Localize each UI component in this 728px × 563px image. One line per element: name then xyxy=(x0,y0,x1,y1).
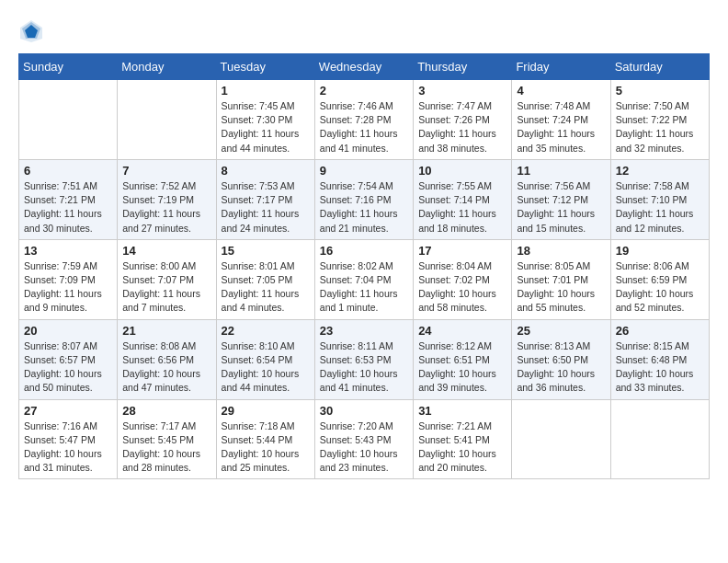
day-info: Sunrise: 7:16 AMSunset: 5:47 PMDaylight:… xyxy=(24,419,112,476)
day-number: 4 xyxy=(517,84,605,98)
logo xyxy=(18,18,48,44)
day-info: Sunrise: 7:51 AMSunset: 7:21 PMDaylight:… xyxy=(24,179,112,236)
calendar-cell: 16Sunrise: 8:02 AMSunset: 7:04 PMDayligh… xyxy=(314,239,413,319)
day-info: Sunrise: 8:05 AMSunset: 7:01 PMDaylight:… xyxy=(517,259,605,316)
day-info: Sunrise: 8:12 AMSunset: 6:51 PMDaylight:… xyxy=(418,339,506,396)
weekday-header: Sunday xyxy=(19,54,118,80)
day-number: 1 xyxy=(222,84,310,98)
day-info: Sunrise: 8:11 AMSunset: 6:53 PMDaylight:… xyxy=(320,339,408,396)
day-number: 22 xyxy=(222,324,310,338)
weekday-header: Saturday xyxy=(610,54,709,80)
day-info: Sunrise: 7:58 AMSunset: 7:10 PMDaylight:… xyxy=(616,179,704,236)
day-number: 21 xyxy=(122,324,210,338)
day-info: Sunrise: 8:01 AMSunset: 7:05 PMDaylight:… xyxy=(222,259,310,316)
calendar-cell: 1Sunrise: 7:45 AMSunset: 7:30 PMDaylight… xyxy=(216,80,314,160)
calendar-cell: 22Sunrise: 8:10 AMSunset: 6:54 PMDayligh… xyxy=(216,319,314,399)
calendar-cell: 11Sunrise: 7:56 AMSunset: 7:12 PMDayligh… xyxy=(512,159,610,239)
calendar-cell: 2Sunrise: 7:46 AMSunset: 7:28 PMDaylight… xyxy=(314,80,413,160)
day-info: Sunrise: 7:46 AMSunset: 7:28 PMDaylight:… xyxy=(320,99,408,155)
day-info: Sunrise: 8:10 AMSunset: 6:54 PMDaylight:… xyxy=(222,339,310,396)
calendar-cell: 4Sunrise: 7:48 AMSunset: 7:24 PMDaylight… xyxy=(512,80,610,160)
day-number: 10 xyxy=(418,164,506,178)
day-number: 23 xyxy=(320,324,408,338)
weekday-header: Friday xyxy=(512,54,610,80)
calendar-table: SundayMondayTuesdayWednesdayThursdayFrid… xyxy=(18,53,710,479)
day-info: Sunrise: 7:17 AMSunset: 5:45 PMDaylight:… xyxy=(122,419,210,476)
day-number: 15 xyxy=(222,244,310,258)
calendar-cell: 31Sunrise: 7:21 AMSunset: 5:41 PMDayligh… xyxy=(414,399,512,479)
calendar-cell: 7Sunrise: 7:52 AMSunset: 7:19 PMDaylight… xyxy=(118,159,216,239)
calendar-cell: 5Sunrise: 7:50 AMSunset: 7:22 PMDaylight… xyxy=(610,80,709,160)
day-info: Sunrise: 7:20 AMSunset: 5:43 PMDaylight:… xyxy=(320,419,408,476)
day-info: Sunrise: 8:06 AMSunset: 6:59 PMDaylight:… xyxy=(616,259,704,316)
calendar-cell: 25Sunrise: 8:13 AMSunset: 6:50 PMDayligh… xyxy=(512,319,610,399)
day-number: 18 xyxy=(517,244,605,258)
day-number: 24 xyxy=(418,324,506,338)
day-number: 25 xyxy=(517,324,605,338)
day-info: Sunrise: 7:53 AMSunset: 7:17 PMDaylight:… xyxy=(222,179,310,236)
day-number: 17 xyxy=(418,244,506,258)
calendar-cell xyxy=(512,399,610,479)
calendar-cell: 27Sunrise: 7:16 AMSunset: 5:47 PMDayligh… xyxy=(19,399,118,479)
day-number: 5 xyxy=(616,84,704,98)
logo-icon xyxy=(18,18,44,44)
page-header xyxy=(18,18,710,44)
calendar-cell: 13Sunrise: 7:59 AMSunset: 7:09 PMDayligh… xyxy=(19,239,118,319)
calendar-cell: 23Sunrise: 8:11 AMSunset: 6:53 PMDayligh… xyxy=(314,319,413,399)
day-number: 19 xyxy=(616,244,704,258)
calendar-cell: 30Sunrise: 7:20 AMSunset: 5:43 PMDayligh… xyxy=(314,399,413,479)
day-number: 11 xyxy=(517,164,605,178)
day-number: 29 xyxy=(222,404,310,418)
day-number: 28 xyxy=(122,404,210,418)
day-number: 7 xyxy=(122,164,210,178)
calendar-cell: 24Sunrise: 8:12 AMSunset: 6:51 PMDayligh… xyxy=(414,319,512,399)
weekday-header: Tuesday xyxy=(216,54,314,80)
calendar-cell: 15Sunrise: 8:01 AMSunset: 7:05 PMDayligh… xyxy=(216,239,314,319)
calendar-cell: 26Sunrise: 8:15 AMSunset: 6:48 PMDayligh… xyxy=(610,319,709,399)
day-number: 9 xyxy=(320,164,408,178)
calendar-cell: 9Sunrise: 7:54 AMSunset: 7:16 PMDaylight… xyxy=(314,159,413,239)
day-info: Sunrise: 8:04 AMSunset: 7:02 PMDaylight:… xyxy=(418,259,506,316)
day-number: 20 xyxy=(24,324,112,338)
day-info: Sunrise: 8:08 AMSunset: 6:56 PMDaylight:… xyxy=(122,339,210,396)
day-info: Sunrise: 7:55 AMSunset: 7:14 PMDaylight:… xyxy=(418,179,506,236)
day-number: 6 xyxy=(24,164,112,178)
day-info: Sunrise: 7:56 AMSunset: 7:12 PMDaylight:… xyxy=(517,179,605,236)
day-info: Sunrise: 7:54 AMSunset: 7:16 PMDaylight:… xyxy=(320,179,408,236)
day-info: Sunrise: 8:07 AMSunset: 6:57 PMDaylight:… xyxy=(24,339,112,396)
calendar-cell: 28Sunrise: 7:17 AMSunset: 5:45 PMDayligh… xyxy=(118,399,216,479)
calendar-cell: 18Sunrise: 8:05 AMSunset: 7:01 PMDayligh… xyxy=(512,239,610,319)
calendar-cell: 17Sunrise: 8:04 AMSunset: 7:02 PMDayligh… xyxy=(414,239,512,319)
day-number: 16 xyxy=(320,244,408,258)
calendar-week-row: 13Sunrise: 7:59 AMSunset: 7:09 PMDayligh… xyxy=(19,239,710,319)
day-info: Sunrise: 8:15 AMSunset: 6:48 PMDaylight:… xyxy=(616,339,704,396)
day-info: Sunrise: 8:02 AMSunset: 7:04 PMDaylight:… xyxy=(320,259,408,316)
day-number: 8 xyxy=(222,164,310,178)
day-info: Sunrise: 7:47 AMSunset: 7:26 PMDaylight:… xyxy=(418,99,506,155)
day-info: Sunrise: 7:48 AMSunset: 7:24 PMDaylight:… xyxy=(517,99,605,155)
day-info: Sunrise: 7:50 AMSunset: 7:22 PMDaylight:… xyxy=(616,99,704,155)
calendar-cell: 21Sunrise: 8:08 AMSunset: 6:56 PMDayligh… xyxy=(118,319,216,399)
calendar-cell: 29Sunrise: 7:18 AMSunset: 5:44 PMDayligh… xyxy=(216,399,314,479)
calendar-cell: 20Sunrise: 8:07 AMSunset: 6:57 PMDayligh… xyxy=(19,319,118,399)
calendar-week-row: 20Sunrise: 8:07 AMSunset: 6:57 PMDayligh… xyxy=(19,319,710,399)
day-number: 31 xyxy=(418,404,506,418)
calendar-cell xyxy=(610,399,709,479)
weekday-header: Monday xyxy=(118,54,216,80)
calendar-week-row: 6Sunrise: 7:51 AMSunset: 7:21 PMDaylight… xyxy=(19,159,710,239)
calendar-cell: 19Sunrise: 8:06 AMSunset: 6:59 PMDayligh… xyxy=(610,239,709,319)
day-number: 14 xyxy=(122,244,210,258)
day-number: 2 xyxy=(320,84,408,98)
calendar-cell: 6Sunrise: 7:51 AMSunset: 7:21 PMDaylight… xyxy=(19,159,118,239)
day-number: 12 xyxy=(616,164,704,178)
calendar-cell: 12Sunrise: 7:58 AMSunset: 7:10 PMDayligh… xyxy=(610,159,709,239)
calendar-cell: 14Sunrise: 8:00 AMSunset: 7:07 PMDayligh… xyxy=(118,239,216,319)
calendar-cell: 8Sunrise: 7:53 AMSunset: 7:17 PMDaylight… xyxy=(216,159,314,239)
calendar-cell xyxy=(118,80,216,160)
calendar-cell: 3Sunrise: 7:47 AMSunset: 7:26 PMDaylight… xyxy=(414,80,512,160)
day-info: Sunrise: 7:18 AMSunset: 5:44 PMDaylight:… xyxy=(222,419,310,476)
day-number: 13 xyxy=(24,244,112,258)
day-number: 30 xyxy=(320,404,408,418)
day-info: Sunrise: 7:21 AMSunset: 5:41 PMDaylight:… xyxy=(418,419,506,476)
calendar-week-row: 27Sunrise: 7:16 AMSunset: 5:47 PMDayligh… xyxy=(19,399,710,479)
